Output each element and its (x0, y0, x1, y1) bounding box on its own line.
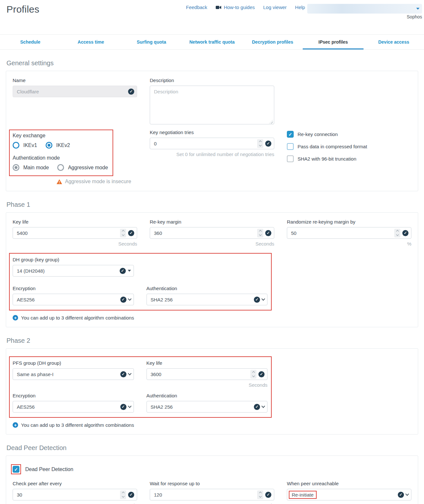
account-selector[interactable] (307, 4, 422, 14)
pfs-group-value: Same as phase-I (17, 372, 53, 377)
number-stepper[interactable] (394, 229, 400, 237)
feedback-link[interactable]: Feedback (186, 5, 207, 10)
phase1-authentication-value: SHA2 256 (151, 297, 173, 302)
phase1-add-hint-text: You can add up to 3 different algorithm … (21, 315, 134, 320)
chevron-down-icon (128, 372, 131, 375)
number-stepper[interactable] (250, 370, 256, 379)
phase1-key-life-unit: Seconds (13, 241, 137, 247)
when-unreachable-select[interactable]: Re-initiate ✓ (287, 489, 411, 500)
checkbox-dead-peer-detection[interactable]: ✓ (13, 466, 19, 473)
randomize-field[interactable]: ✓ (287, 227, 411, 239)
valid-check-icon: ✓ (258, 371, 265, 377)
phase2-add-combination[interactable]: + You can add up to 3 different algorith… (13, 422, 411, 428)
valid-check-icon: ✓ (265, 141, 271, 147)
phase1-add-combination[interactable]: + You can add up to 3 different algorith… (13, 315, 411, 320)
valid-check-icon: ✓ (120, 404, 126, 410)
valid-check-icon: ✓ (402, 230, 408, 236)
rekey-margin-input[interactable] (154, 230, 251, 236)
valid-check-icon: ✓ (120, 297, 126, 303)
phase2-key-life-field[interactable]: ✓ (147, 368, 268, 380)
howto-guides-link[interactable]: How-to guides (216, 5, 255, 10)
phase2-encryption-label: Encryption (13, 393, 134, 398)
phase2-authentication-label: Authentication (147, 393, 268, 398)
wait-response-field[interactable]: ✓ (150, 489, 274, 500)
phase1-key-life-input[interactable] (17, 230, 114, 236)
key-exchange-label: Key exchange (13, 133, 108, 139)
key-exchange-annotation-box: Key exchange IKEv1 IKEv2 Authentication … (9, 130, 113, 176)
general-settings-panel: Name ✓ Description Key exchange IKEv1 (6, 71, 418, 191)
checkbox-rekey-connection[interactable]: ✓ (287, 131, 294, 138)
plus-icon: + (13, 422, 18, 428)
phase1-encryption-select[interactable]: AES256 ✓ (13, 294, 134, 305)
tab-network-traffic-quota[interactable]: Network traffic quota (182, 35, 242, 49)
phase1-key-life-field[interactable]: ✓ (13, 227, 137, 239)
check-peer-field[interactable]: ✓ (13, 489, 137, 500)
phase1-authentication-select[interactable]: SHA2 256 ✓ (147, 294, 268, 305)
radio-main-mode (13, 164, 19, 171)
caret-down-icon (416, 8, 419, 10)
radio-aggressive-mode-label: Aggressive mode (68, 165, 108, 171)
valid-check-icon: ✓ (128, 89, 134, 95)
checkbox-sha2-truncation[interactable] (287, 155, 294, 162)
phase1-panel: Key life ✓ Seconds Re-key margin ✓ Secon… (6, 212, 418, 327)
name-input (17, 89, 114, 94)
number-stepper[interactable] (257, 139, 263, 148)
chevron-down-icon (128, 297, 131, 300)
rekey-margin-field[interactable]: ✓ (150, 227, 274, 239)
dh-group-value: 14 (DH2048) (17, 268, 45, 274)
phase2-panel: PFS group (DH group) Same as phase-I ✓ K… (6, 348, 418, 435)
radio-aggressive-mode (57, 164, 64, 171)
radio-ikev1[interactable] (13, 142, 19, 149)
dpd-enable-label: Dead Peer Detection (25, 467, 73, 472)
phase1-authentication-label: Authentication (147, 286, 268, 291)
pfs-group-label: PFS group (DH group) (13, 360, 134, 366)
description-textarea[interactable] (150, 86, 274, 124)
radio-main-mode-label: Main mode (23, 165, 49, 171)
number-stepper[interactable] (120, 490, 126, 499)
log-viewer-link[interactable]: Log viewer (263, 5, 287, 10)
plus-icon: + (13, 315, 18, 320)
log-viewer-label: Log viewer (263, 5, 287, 10)
phase1-title: Phase 1 (6, 201, 418, 208)
chevron-down-icon (261, 297, 265, 300)
phase2-authentication-select[interactable]: SHA2 256 ✓ (147, 401, 268, 413)
tab-decryption-profiles[interactable]: Decryption profiles (242, 35, 303, 49)
tab-access-time[interactable]: Access time (60, 35, 121, 49)
tab-device-access[interactable]: Device access (364, 35, 424, 49)
valid-check-icon: ✓ (265, 492, 271, 498)
phase1-encryption-label: Encryption (13, 286, 134, 291)
wait-response-input[interactable] (154, 492, 251, 498)
dh-group-select[interactable]: 14 (DH2048) ✓ (13, 265, 134, 277)
number-stepper[interactable] (257, 490, 263, 499)
phase2-key-life-label: Key life (147, 360, 268, 366)
tab-surfing-quota[interactable]: Surfing quota (121, 35, 182, 49)
randomize-unit: % (287, 241, 411, 247)
help-link[interactable]: Help (295, 5, 305, 10)
phase2-encryption-select[interactable]: AES256 ✓ (13, 401, 134, 413)
key-negotiation-field[interactable]: ✓ (150, 138, 274, 149)
radio-ikev2-label: IKEv2 (56, 142, 70, 148)
tab-schedule[interactable]: Schedule (0, 35, 60, 49)
chevron-down-icon (261, 404, 265, 408)
rekey-connection-label: Re-key connection (298, 131, 338, 137)
checkbox-compressed-format[interactable] (287, 143, 294, 150)
key-negotiation-input[interactable] (154, 141, 251, 146)
pfs-group-select[interactable]: Same as phase-I ✓ (13, 368, 134, 380)
tab-ipsec-profiles[interactable]: IPsec profiles (303, 35, 363, 49)
warning-icon (57, 179, 62, 184)
dh-group-label: DH group (key group) (13, 257, 134, 262)
chevron-down-icon (128, 404, 131, 408)
number-stepper[interactable] (120, 229, 126, 237)
name-field: ✓ (13, 86, 137, 97)
phase2-encryption-value: AES256 (17, 404, 35, 410)
phase2-key-life-input[interactable] (151, 372, 245, 377)
valid-check-icon: ✓ (128, 492, 134, 498)
name-label: Name (13, 78, 137, 83)
reinitiate-annotation-box: Re-initiate (289, 491, 317, 499)
dpd-panel: ✓ Dead Peer Detection Check peer after e… (6, 456, 418, 504)
phase2-algorithms-annotation-box: PFS group (DH group) Same as phase-I ✓ K… (9, 356, 272, 418)
radio-ikev2[interactable] (46, 142, 52, 149)
check-peer-input[interactable] (17, 492, 114, 498)
randomize-input[interactable] (291, 230, 388, 236)
number-stepper[interactable] (257, 229, 263, 237)
